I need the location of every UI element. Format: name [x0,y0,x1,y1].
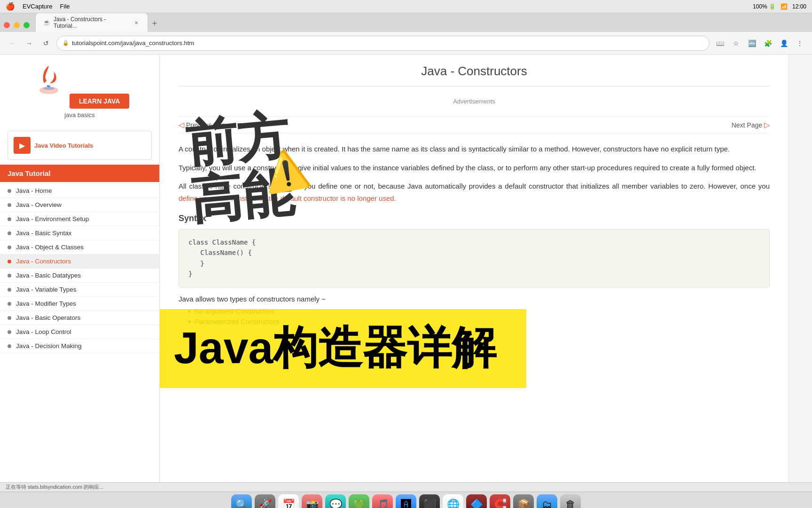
dock-calendar[interactable]: 📅 [278,494,299,508]
profile-button[interactable]: 👤 [777,37,790,50]
paragraph-1: A constructor initializes an object when… [179,143,770,155]
dock-finder2[interactable]: 🗂 [537,494,557,508]
content-area: LEARN JAVA java basics ▶ Java Video Tuto… [0,55,812,482]
extensions-button[interactable]: 🧩 [761,37,774,50]
dock-appstore[interactable]: 🅰 [396,494,416,508]
nav-item-label: Java - Modifier Types [16,300,76,307]
sidebar-item-loop-control[interactable]: Java - Loop Control [0,325,159,339]
nav-dot [8,288,11,292]
sidebar-item-environment-setup[interactable]: Java - Environment Setup [0,212,159,226]
ads-section: Advertisements [179,94,770,109]
nav-dot-active [8,260,11,263]
next-page-label: Next Page [732,121,762,129]
forward-button[interactable]: → [23,37,36,50]
nav-item-label-active: Java - Constructors [16,258,71,265]
video-tutorials-box[interactable]: ▶ Java Video Tutorials [8,131,152,160]
nav-item-label: Java - Basic Syntax [16,230,72,237]
video-tutorials-label: Java Video Tutorials [34,142,93,149]
translate-button[interactable]: 🔤 [745,37,758,50]
dock-launchpad[interactable]: 🚀 [255,494,275,508]
secure-icon: 🔒 [62,40,69,46]
next-page-button[interactable]: Next Page ▷ [732,120,770,129]
nav-item-label: Java - Environment Setup [16,215,89,222]
next-arrow-icon: ▷ [764,120,770,129]
svg-point-1 [43,87,55,90]
type-item-2: Parameterized Constructors [188,318,770,325]
sidebar-item-object-classes[interactable]: Java - Object & Classes [0,240,159,254]
battery-indicator: 100% 🔋 [753,3,776,10]
reader-view-button[interactable]: 📖 [713,37,726,50]
nav-dot [8,217,11,221]
code-block: class ClassName { ClassName() { } } [179,229,770,287]
dock-terminal[interactable]: ⬛ [419,494,440,508]
bookmark-button[interactable]: ☆ [729,37,742,50]
tab-favicon: ☕ [43,19,50,26]
nav-item-label: Java - Object & Classes [16,244,84,251]
sidebar-item-basic-syntax[interactable]: Java - Basic Syntax [0,226,159,240]
sidebar-item-basic-datatypes[interactable]: Java - Basic Datatypes [0,269,159,283]
nav-dot [8,316,11,320]
nav-dot [8,344,11,348]
sidebar-item-decision-making[interactable]: Java - Decision Making [0,339,159,353]
prev-page-button[interactable]: ◁ Previous Page [179,120,229,129]
close-window-button[interactable] [4,22,10,28]
refresh-button[interactable]: ↺ [39,37,53,50]
learn-java-button[interactable]: LEARN JAVA [70,94,129,109]
tab-bar: ☕ Java - Constructors - Tutorial... ✕ + [0,13,812,32]
maximize-window-button[interactable] [23,22,30,28]
java-logo-icon [30,62,68,100]
dock-intellij[interactable]: 🔷 [466,494,487,508]
sidebar-item-home[interactable]: Java - Home [0,184,159,198]
sidebar-item-modifier-types[interactable]: Java - Modifier Types [0,297,159,311]
tab-close-button[interactable]: ✕ [133,19,140,26]
dock-chrome[interactable]: 🌐 [443,494,463,508]
dock-messages[interactable]: 💬 [325,494,346,508]
new-tab-button[interactable]: + [148,17,161,30]
prev-arrow-icon: ◁ [179,120,184,129]
dock-music[interactable]: 🎵 [372,494,393,508]
sidebar-item-basic-operators[interactable]: Java - Basic Operators [0,311,159,325]
nav-item-label: Java - Home [16,187,52,194]
sidebar-item-variable-types[interactable]: Java - Variable Types [0,283,159,297]
recording-menu[interactable]: File [60,3,70,10]
nav-dot [8,189,11,193]
list-bullet-2 [188,320,191,323]
back-button[interactable]: ← [6,37,19,50]
url-bar[interactable]: 🔒 tutorialspoint.com/java/java_construct… [56,36,710,51]
sidebar-item-overview[interactable]: Java - Overview [0,198,159,212]
dock-apps[interactable]: 📦 [513,494,534,508]
dock-trash[interactable]: 🗑 [560,494,581,508]
time-display: 12:00 [792,3,806,10]
paragraph-2: Typically, you will use a constructor to… [179,162,770,174]
status-text: 正在等待 stats.bilsyndication.com 的响应... [6,484,103,491]
nav-item-label: Java - Basic Operators [16,314,80,321]
url-text: tutorialspoint.com/java/java_constructor… [72,40,194,47]
sidebar-item-constructors[interactable]: Java - Constructors [0,254,159,269]
list-bullet-1 [188,310,191,313]
nav-dot [8,274,11,278]
pagination-bar: ◁ Previous Page Next Page ▷ [179,116,770,134]
active-tab[interactable]: ☕ Java - Constructors - Tutorial... ✕ [35,13,148,32]
dock: 🔍 🚀 📅 📸 💬 💚 🎵 🅰 ⬛ 🌐 🔷 🧲 📦 🗂 🗑 [0,492,812,508]
nav-dot [8,330,11,334]
dock-finder[interactable]: 🔍 [231,494,252,508]
java-tutorial-header: Java Tutorial [0,165,159,182]
code-content: class ClassName { ClassName() { } } [188,237,760,279]
minimize-window-button[interactable] [14,22,20,28]
wifi-icon: 📶 [781,3,788,10]
browser-window: ☕ Java - Constructors - Tutorial... ✕ + … [0,13,812,482]
dock-wechat[interactable]: 💚 [349,494,369,508]
menu-button[interactable]: ⋮ [793,37,806,50]
apple-menu[interactable]: 🍎 [6,2,15,11]
overlay-main-text: Java构造器详解 [174,318,512,379]
video-icon: ▶ [14,137,31,154]
menubar: 🍎 EVCapture File 100% 🔋 📶 12:00 [0,0,812,13]
para3-highlight: define your own constructor, the default… [179,194,396,202]
sidebar-nav: Java - Home Java - Overview Java - Envir… [0,184,159,353]
nav-dot [8,246,11,249]
prev-page-label: Previous Page [186,121,229,129]
dock-magnet[interactable]: 🧲 [490,494,510,508]
dock-photos[interactable]: 📸 [302,494,322,508]
java-basics-link[interactable]: java basics [8,111,152,119]
app-name[interactable]: EVCapture [23,3,53,10]
